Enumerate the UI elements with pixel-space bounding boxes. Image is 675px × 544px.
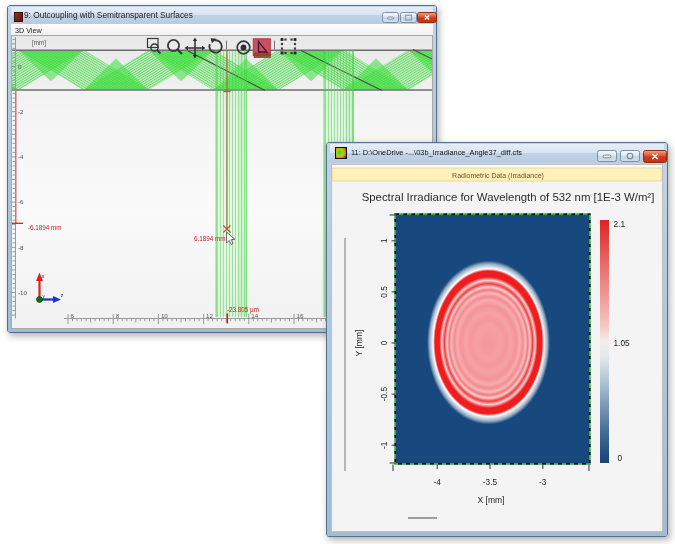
svg-text:-4: -4 xyxy=(18,153,24,160)
svg-text:2.1: 2.1 xyxy=(614,219,626,229)
svg-text:0: 0 xyxy=(379,340,389,345)
svg-text:-8: -8 xyxy=(18,244,24,251)
svg-text:Spectral Irradiance for Wavele: Spectral Irradiance for Wavelength of 53… xyxy=(362,191,655,203)
svg-text:6: 6 xyxy=(71,312,75,319)
svg-text:-1: -1 xyxy=(379,441,389,449)
svg-text:0: 0 xyxy=(18,63,22,70)
svg-text:0: 0 xyxy=(618,453,623,463)
svg-text:-6.1894 mm: -6.1894 mm xyxy=(28,224,62,231)
svg-text:-0.5: -0.5 xyxy=(379,387,389,402)
svg-text:1: 1 xyxy=(379,238,389,243)
svg-text:0.5: 0.5 xyxy=(379,286,389,298)
svg-text:-3: -3 xyxy=(539,477,547,487)
svg-text:Radiometric Data (Irradiance): Radiometric Data (Irradiance) xyxy=(452,172,544,180)
svg-text:6.1894 mm: 6.1894 mm xyxy=(194,235,226,242)
svg-text:8: 8 xyxy=(116,312,120,319)
svg-text:Y [mm]: Y [mm] xyxy=(354,330,364,357)
svg-text:-10: -10 xyxy=(18,289,28,296)
svg-text:16: 16 xyxy=(297,312,304,319)
svg-text:-23.805 µm: -23.805 µm xyxy=(227,306,259,314)
svg-text:z: z xyxy=(61,292,64,298)
svg-text:-2: -2 xyxy=(18,108,24,115)
svg-text:14: 14 xyxy=(251,312,258,319)
svg-text:-3.5: -3.5 xyxy=(483,477,498,487)
svg-text:-6: -6 xyxy=(18,198,24,205)
svg-text:10: 10 xyxy=(161,312,168,319)
svg-text:x: x xyxy=(42,273,45,279)
svg-text:1.05: 1.05 xyxy=(614,338,631,348)
svg-text:X [mm]: X [mm] xyxy=(478,495,505,505)
svg-text:12: 12 xyxy=(206,312,213,319)
svg-text:-4: -4 xyxy=(434,477,442,487)
svg-text:[mm]: [mm] xyxy=(32,39,46,47)
